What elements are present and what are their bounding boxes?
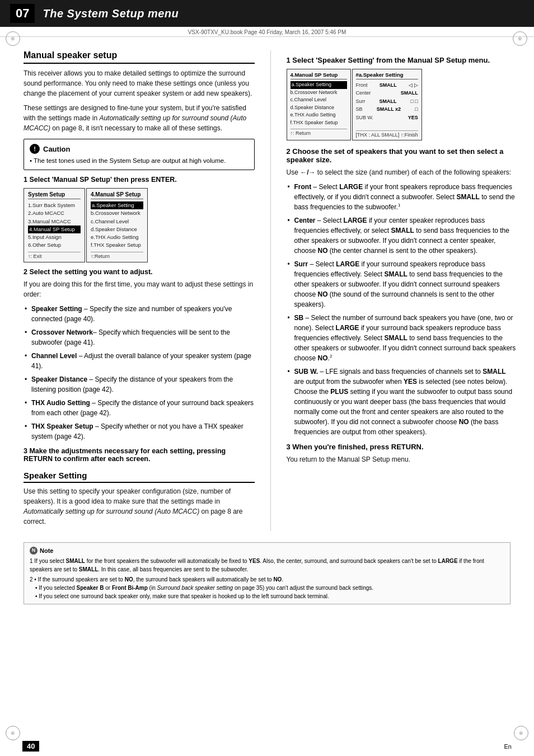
speaker-setting-subsection-title: Speaker Setting [24,471,255,483]
speaker-setting-text: Use this setting to specify your speaker… [24,486,255,527]
note-item-2: 2 • If the surround speakers are set to … [30,575,504,584]
sp-item-channel-level: c.Channel Level [91,218,143,226]
bullet-right-center: Center – Select LARGE if your center spe… [287,215,518,256]
right-sp-crossover: b.Crossover Network [291,89,347,97]
sp-row-surr: Surr SMALL □ □ [356,97,418,105]
bullet-thx-speaker: THX Speaker Setup – Specify whether or n… [24,421,255,442]
step1-screen-mockup: System Setup 1.Surr Back System 2.Auto M… [24,188,255,262]
sp-row-sb: SB SMALL x2 □ [356,105,418,113]
note-area: N Note 1 If you select SMALL for the fro… [24,542,510,605]
right-sp-distance: d.Speaker Distance [291,104,347,112]
note-item-1: 1 If you select SMALL for the front spea… [30,557,504,574]
bullet-thx-audio: THX Audio Setting – Specify the distance… [24,398,255,418]
right-sp-speaker-setting: a.Speaker Setting [291,81,347,89]
right-sp-channel: c.Channel Level [291,96,347,104]
caution-title: ! Caution [30,144,249,154]
right-step2-intro: Use ←/→ to select the size (and number) … [287,167,518,177]
note-item-4: • If you select one surround back speake… [30,592,504,600]
step2-heading-left: 2 Select the setting you want to adjust. [24,268,255,276]
header-bar: 07 The System Setup menu [0,0,534,27]
intro-para-1: This receiver allows you to make detaile… [24,68,255,98]
right-step3-heading: 3 When you're finished, press RETURN. [287,443,518,451]
column-divider [270,50,271,531]
file-info: VSX-90TXV_KU.book Page 40 Friday, March … [0,27,534,37]
menu-item-manual-mcacc: 3.Manual MCACC [28,218,81,226]
note-content: 1 If you select SMALL for the front spea… [30,557,504,600]
sp-row-center: Center SMALL [356,89,418,97]
note-item-3: • If you selected Speaker B or Front Bi-… [30,584,504,592]
system-setup-panel: System Setup 1.Surr Back System 2.Auto M… [24,188,85,262]
page-footer: 40 En [0,741,534,752]
screen2-footer: ↑:Return [91,252,143,259]
manual-sp-setup-panel: 4.Manual SP Setup a.Speaker Setting b.Cr… [86,188,148,262]
left-column: Manual speaker setup This receiver allow… [24,50,255,531]
bullet-right-sb: SB – Select the number of surround back … [287,313,518,363]
right-step2-heading: 2 Choose the set of speakers that you wa… [287,147,518,164]
intro-para-2: These settings are designed to fine-tune… [24,103,255,133]
step2-intro: If you are doing this for the first time… [24,279,255,299]
caution-text: • The test tones used in the System Setu… [30,156,249,165]
right-manual-sp-title: 4.Manual SP Setup [291,72,347,79]
right-screen1-footer: ↑: Return [291,129,347,136]
right-sp-thx-speaker: f.THX Speaker Setup [291,119,347,127]
menu-item-input-assign: 5.Input Assign [28,233,81,241]
page-number: 40 [22,741,39,752]
menu-item-manual-sp: 4.Manual SP Setup [28,226,81,233]
sp-item-thx-speaker: f.THX Speaker Setup [91,241,143,249]
bullet-right-surr: Surr – Select LARGE if your surround spe… [287,259,518,309]
bullet-channel-level: Channel Level – Adjust the overall balan… [24,351,255,371]
corner-decoration-br: ⊕ [514,726,528,740]
main-content: Manual speaker setup This receiver allow… [0,37,534,537]
right-sp-thx-audio: e.THX Audio Setting [291,111,347,119]
sp-item-thx-audio: e.THX Audio Setting [91,233,143,241]
caution-box: ! Caution • The test tones used in the S… [24,139,255,170]
right-column: 1 Select 'Speaker Setting' from the Manu… [287,50,518,531]
sp-row-subw: SUB W. YES [356,114,418,121]
bullet-speaker-distance: Speaker Distance – Specify the distance … [24,374,255,395]
chapter-number: 07 [10,4,35,23]
section-title-manual-speaker-setup: Manual speaker setup [24,50,255,64]
screen1-footer: ↑: Exit [28,252,81,259]
sp-row-empty [356,121,418,128]
caution-icon: ! [30,144,40,154]
sp-item-speaker-distance: d.Speaker Distance [91,226,143,233]
step3-heading-left: 3 Make the adjustments necessary for eac… [24,447,255,463]
menu-item-surr-back: 1.Surr Back System [28,201,81,209]
right-speaker-setting-panel: #a.Speaker Setting Front SMALL ◁ ▷ Cente… [352,69,422,140]
header-title: The System Setup menu [43,7,179,20]
note-title: N Note [30,546,504,556]
bullet-speaker-setting: Speaker Setting – Specify the size and n… [24,304,255,324]
bullet-right-subw: SUB W. – LFE signals and bass frequencie… [287,367,518,437]
sp-item-crossover: b.Crossover Network [91,209,143,217]
step2-bullet-list: Speaker Setting – Specify the size and n… [24,304,255,442]
note-box: N Note 1 If you select SMALL for the fro… [24,542,510,605]
right-speaker-setting-title: #a.Speaker Setting [356,72,418,79]
right-step3-text: You return to the Manual SP Setup menu. [287,454,518,464]
page-lang: En [504,743,512,750]
step1-heading-left: 1 Select 'Manual SP Setup' then press EN… [24,176,255,184]
bullet-crossover: Crossover Network– Specify which frequen… [24,327,255,348]
right-step1-screen: 4.Manual SP Setup a.Speaker Setting b.Cr… [287,69,518,140]
system-setup-panel-title: System Setup [28,191,81,199]
right-screen2-footer: [THX : ALL SMALL] ↑:Finish [356,130,418,138]
menu-item-auto-mcacc: 2.Auto MCACC [28,209,81,217]
menu-item-other-setup: 6.Other Setup [28,241,81,249]
bullet-right-front: Front – Select LARGE if your front speak… [287,182,518,212]
corner-decoration-bl: ⊕ [6,726,20,740]
right-step1-heading: 1 Select 'Speaker Setting' from the Manu… [287,56,518,64]
sp-item-speaker-setting: a.Speaker Setting [91,201,143,209]
right-step2-bullets: Front – Select LARGE if your front speak… [287,182,518,437]
note-icon: N [30,547,38,555]
sp-row-front: Front SMALL ◁ ▷ [356,81,418,89]
right-manual-sp-panel: 4.Manual SP Setup a.Speaker Setting b.Cr… [287,69,351,140]
manual-sp-panel-title: 4.Manual SP Setup [91,191,143,199]
